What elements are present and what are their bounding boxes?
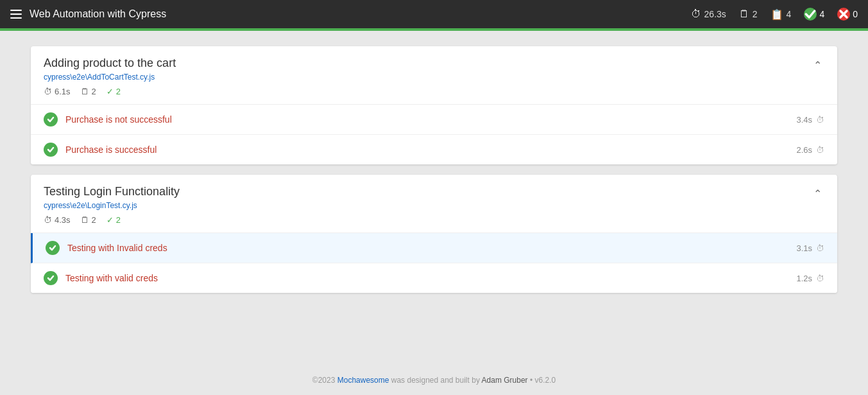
- suite-test-count-2: 2: [92, 215, 96, 225]
- test-pass-icon-4: [44, 271, 58, 285]
- tests-stat: 📋 4: [770, 8, 792, 21]
- header-left: Web Automation with Cypress: [10, 8, 691, 20]
- suite-header-2: Testing Login Functionality cypress\e2e\…: [31, 175, 837, 233]
- suite-duration-val-1: 6.1s: [55, 87, 71, 96]
- suite-header-1: Adding product to the cart cypress\e2e\A…: [31, 46, 837, 105]
- hamburger-icon[interactable]: [10, 10, 22, 19]
- test-duration-4: 1.2s: [796, 274, 812, 283]
- suite-tests-1: 🗒 2: [81, 87, 96, 96]
- suites-value: 2: [753, 9, 758, 19]
- fail-circle: [837, 8, 850, 21]
- suites-stat: 🗒 2: [739, 8, 758, 20]
- suite-collapse-1[interactable]: ⌃: [811, 57, 824, 74]
- suite-checkmark-icon-1: ✓: [106, 87, 114, 96]
- clock-icon: ⏱: [691, 8, 701, 20]
- test-row-4[interactable]: Testing with valid creds 1.2s ⏱: [31, 263, 837, 293]
- test-duration-3: 3.1s: [796, 243, 812, 253]
- app-header: Web Automation with Cypress ⏱ 26.3s 🗒 2 …: [0, 0, 868, 28]
- suite-title-2: Testing Login Functionality: [44, 185, 180, 198]
- pass-count: 4: [819, 9, 824, 19]
- suite-title-1: Adding product to the cart: [44, 57, 176, 70]
- test-right-2: 2.6s ⏱: [796, 145, 824, 155]
- page-footer: ©2023 Mochawesome was designed and built…: [0, 365, 868, 395]
- suite-pass-count-2: 2: [116, 215, 121, 225]
- suite-duration-2: ⏱ 4.3s: [44, 215, 71, 225]
- suite-clock-icon-2: ⏱: [44, 215, 52, 225]
- suite-file-1: cypress\e2e\AddToCartTest.cy.js: [44, 73, 176, 82]
- test-name-4: Testing with valid creds: [65, 273, 158, 283]
- app-title: Web Automation with Cypress: [30, 8, 166, 20]
- test-left-4: Testing with valid creds: [44, 271, 158, 285]
- fail-stat: 0: [837, 8, 858, 21]
- footer-copyright: ©2023: [312, 376, 336, 385]
- footer-version: • v6.2.0: [530, 376, 556, 385]
- test-pass-icon-1: [44, 112, 58, 127]
- suite-pass-1: ✓ 2: [106, 87, 121, 96]
- suites-icon: 🗒: [739, 8, 749, 20]
- test-row-3[interactable]: Testing with Invalid creds 3.1s ⏱: [31, 233, 837, 263]
- test-row-2[interactable]: Purchase is successful 2.6s ⏱: [31, 135, 837, 164]
- suite-header-left-2: Testing Login Functionality cypress\e2e\…: [44, 185, 180, 225]
- test-left-1: Purchase is not successful: [44, 112, 172, 127]
- suite-header-left-1: Adding product to the cart cypress\e2e\A…: [44, 57, 176, 96]
- suite-tests-icon-1: 🗒: [81, 87, 89, 96]
- suite-meta-2: ⏱ 4.3s 🗒 2 ✓ 2: [44, 215, 180, 225]
- suite-duration-val-2: 4.3s: [55, 215, 71, 225]
- duration-stat: ⏱ 26.3s: [691, 8, 726, 20]
- duration-value: 26.3s: [704, 9, 726, 19]
- test-left-2: Purchase is successful: [44, 143, 157, 157]
- suite-duration-1: ⏱ 6.1s: [44, 87, 71, 96]
- test-row-1[interactable]: Purchase is not successful 3.4s ⏱: [31, 105, 837, 135]
- suite-pass-count-1: 2: [116, 87, 121, 96]
- main-content: Adding product to the cart cypress\e2e\A…: [0, 31, 868, 365]
- test-pass-icon-3: [46, 241, 60, 255]
- suite-clock-icon-1: ⏱: [44, 87, 52, 96]
- test-left-3: Testing with Invalid creds: [46, 241, 167, 255]
- test-right-3: 3.1s ⏱: [796, 243, 824, 253]
- tests-value: 4: [787, 9, 792, 19]
- test-duration-2: 2.6s: [796, 145, 812, 155]
- test-name-3: Testing with Invalid creds: [67, 243, 167, 253]
- footer-brand[interactable]: Mochawesome: [337, 376, 389, 385]
- tests-icon: 📋: [770, 8, 783, 21]
- suite-checkmark-icon-2: ✓: [106, 215, 114, 225]
- test-clock-icon-1: ⏱: [816, 115, 824, 125]
- header-stats: ⏱ 26.3s 🗒 2 📋 4 4 0: [691, 8, 858, 21]
- suite-meta-1: ⏱ 6.1s 🗒 2 ✓ 2: [44, 87, 176, 96]
- test-clock-icon-2: ⏱: [816, 145, 824, 155]
- suite-file-2: cypress\e2e\LoginTest.cy.js: [44, 201, 180, 210]
- suite-tests-icon-2: 🗒: [81, 215, 89, 225]
- suite-card-1: Adding product to the cart cypress\e2e\A…: [31, 46, 837, 164]
- pass-circle: [804, 8, 817, 21]
- test-name-2: Purchase is successful: [65, 145, 157, 155]
- test-right-1: 3.4s ⏱: [796, 115, 824, 125]
- test-right-4: 1.2s ⏱: [796, 274, 824, 283]
- suite-collapse-2[interactable]: ⌃: [811, 185, 824, 202]
- pass-stat: 4: [804, 8, 824, 21]
- test-duration-1: 3.4s: [796, 115, 812, 125]
- suite-tests-2: 🗒 2: [81, 215, 96, 225]
- test-clock-icon-4: ⏱: [816, 274, 824, 283]
- footer-middle-text: was designed and built by: [391, 376, 482, 385]
- test-name-1: Purchase is not successful: [65, 114, 172, 125]
- test-clock-icon-3: ⏱: [816, 243, 824, 253]
- fail-count: 0: [853, 9, 858, 19]
- suite-pass-2: ✓ 2: [106, 215, 121, 225]
- test-pass-icon-2: [44, 143, 58, 157]
- suite-card-2: Testing Login Functionality cypress\e2e\…: [31, 175, 837, 293]
- suite-test-count-1: 2: [92, 87, 96, 96]
- footer-author: Adam Gruber: [482, 376, 528, 385]
